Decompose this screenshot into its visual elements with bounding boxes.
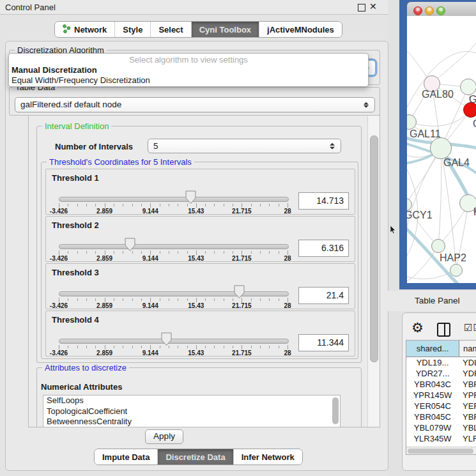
mouse-cursor	[390, 226, 396, 234]
node-label: GCY1	[407, 210, 433, 221]
table-row[interactable]: YBR043CYBR0	[406, 379, 476, 390]
zoom-traffic-light[interactable]	[436, 6, 445, 15]
network-node[interactable]	[450, 264, 463, 277]
network-canvas[interactable]: GAL80GACGAL11GAL4GCY1HHAP2	[407, 16, 476, 283]
network-node-ga[interactable]	[460, 79, 476, 95]
threshold-panel-3: Threshold 3 -3.4262.8599.14415.4321.7152…	[45, 263, 355, 309]
dropdown-option-equal-width-frequency-discretization[interactable]: Equal Width/Frequency Discretization	[9, 75, 368, 86]
num-intervals-combobox[interactable]: 5	[148, 139, 341, 153]
column-header-shared[interactable]: shared...	[406, 341, 459, 357]
minimize-traffic-light[interactable]	[425, 6, 434, 15]
numerical-attributes-label: Numerical Attributes	[41, 382, 122, 392]
tab-style[interactable]: Style	[114, 22, 150, 37]
table-row[interactable]: YBL079WYBL0	[406, 422, 476, 433]
column-header-name[interactable]: name	[459, 341, 476, 357]
settings-scrollpane: Interval Definition Number of Intervals …	[28, 115, 380, 427]
interval-definition-group: Interval Definition Number of Intervals …	[36, 126, 362, 363]
network-node-gal4[interactable]	[430, 137, 452, 159]
tick-label: 21.715	[232, 255, 252, 262]
slider-track[interactable]	[59, 339, 289, 344]
dropdown-hint: Select algorithm to view settings	[9, 54, 368, 65]
threshold-panel-4: Threshold 4 -3.4262.8599.14415.4321.7152…	[45, 311, 355, 357]
table-row[interactable]: YDR27...YDR2	[406, 368, 476, 379]
slider-track[interactable]	[59, 291, 289, 296]
attribute-item[interactable]: TopologicalCoefficient	[43, 406, 340, 417]
slider-thumb[interactable]	[161, 332, 172, 346]
tick-label: -3.426	[50, 208, 68, 215]
tick-label: -3.426	[50, 255, 68, 262]
network-window: GAL80GACGAL11GAL4GCY1HHAP2	[399, 0, 476, 289]
slider-thumb[interactable]	[185, 190, 196, 204]
tab-jactivemnodules[interactable]: jActiveMNodules	[259, 22, 342, 37]
tick-label: 15.43	[188, 349, 204, 357]
tick-label: 9.144	[142, 302, 158, 309]
top-tab-bar: NetworkStyleSelectCyni ToolboxjActiveMNo…	[54, 21, 342, 38]
tick-label: 9.144	[142, 255, 158, 262]
combo-arrows-icon	[330, 142, 335, 150]
table-row[interactable]: YER054CYER0	[406, 401, 476, 411]
tab-network[interactable]: Network	[55, 22, 114, 37]
dropdown-option-manual-discretization[interactable]: Manual Discretization	[9, 65, 368, 75]
threshold-group-title: Threshold's Coordinates for 5 Intervals	[47, 157, 194, 167]
network-node-hap2[interactable]	[431, 239, 445, 253]
apply-button[interactable]: Apply	[145, 429, 183, 444]
threshold-value-input[interactable]: 21.4	[298, 287, 349, 304]
network-node-c[interactable]	[463, 102, 476, 118]
threshold-value-input[interactable]: 11.344	[298, 334, 349, 351]
num-intervals-label: Number of Intervals	[55, 142, 133, 151]
table-row[interactable]: YDL19...YDL1	[406, 357, 476, 368]
node-table: shared... name YDL19...YDL1 YDR27...YDR2…	[406, 340, 476, 455]
table-rows: YDL19...YDL1 YDR27...YDR2 YBR043CYBR0 YP…	[406, 357, 476, 447]
tab-impute-data[interactable]: Impute Data	[95, 449, 157, 464]
tick-label: 28	[284, 208, 291, 215]
table-data-combobox[interactable]: galFiltered.sif default node	[15, 97, 375, 112]
attributes-list-scrollbar[interactable]	[332, 397, 339, 424]
node-label: GAL4	[443, 157, 470, 169]
threshold-value-input[interactable]: 6.316	[298, 240, 349, 257]
table-hscrollbar-thumb[interactable]	[408, 449, 473, 454]
interval-group-title: Interval Definition	[42, 121, 111, 131]
close-traffic-light[interactable]	[413, 6, 422, 15]
slider-track[interactable]	[59, 244, 289, 249]
gear-icon[interactable]: ⚙	[411, 320, 424, 335]
table-hscrollbar-track[interactable]	[406, 447, 476, 454]
table-row[interactable]: YBR045CYBR0	[406, 411, 476, 422]
algorithm-dropdown: Select algorithm to view settings Manual…	[8, 53, 369, 87]
tab-select[interactable]: Select	[150, 22, 190, 37]
attribute-items: SelfLoopsTopologicalCoefficientBetweenne…	[43, 395, 340, 427]
slider-thumb[interactable]	[125, 238, 135, 252]
table-header: shared... name	[406, 341, 476, 357]
tick-label: 2.859	[96, 208, 112, 215]
threshold-panel-2: Threshold 2 -3.4262.8599.14415.4321.7152…	[45, 216, 355, 262]
settings-scrollbar-track[interactable]	[367, 116, 380, 427]
tab-cyni-toolbox[interactable]: Cyni Toolbox	[191, 22, 259, 37]
columns-icon[interactable]	[437, 323, 450, 337]
threshold-value-input[interactable]: 14.713	[298, 192, 349, 210]
tick-label: 15.43	[188, 255, 204, 262]
tick-label: 9.144	[142, 208, 158, 215]
tick-label: 2.859	[96, 255, 112, 262]
tick-label: 28	[284, 349, 291, 357]
tab-discretize-data[interactable]: Discretize Data	[157, 449, 233, 464]
checkbox-icon[interactable]: ☑☑	[464, 322, 476, 334]
table-row[interactable]: YLR345WYLR3	[406, 433, 476, 444]
tick-label: 2.859	[96, 302, 112, 309]
threshold-label: Threshold 4	[52, 315, 99, 325]
slider-thumb[interactable]	[234, 285, 245, 299]
slider-track[interactable]	[59, 197, 289, 202]
attribute-item[interactable]: SelfLoops	[43, 395, 340, 406]
numerical-attributes-list[interactable]: SelfLoopsTopologicalCoefficientBetweenne…	[43, 395, 341, 427]
table-panel-title: Table Panel	[415, 296, 460, 305]
network-window-titlebar[interactable]	[407, 2, 476, 17]
tick-label: 28	[284, 255, 291, 262]
control-panel-titlebar	[0, 0, 388, 15]
float-window-icon[interactable]	[358, 4, 365, 12]
tab-infer-network[interactable]: Infer Network	[233, 449, 302, 464]
attribute-item[interactable]: BetweennessCentrality	[43, 417, 340, 427]
network-icon	[63, 24, 71, 35]
close-icon[interactable]: ✕	[369, 1, 377, 12]
combo-arrows-icon	[364, 101, 369, 109]
settings-scrollbar-thumb[interactable]	[370, 135, 378, 362]
table-row[interactable]: YPR145WYPR1	[406, 390, 476, 401]
node-label: H	[473, 206, 476, 218]
